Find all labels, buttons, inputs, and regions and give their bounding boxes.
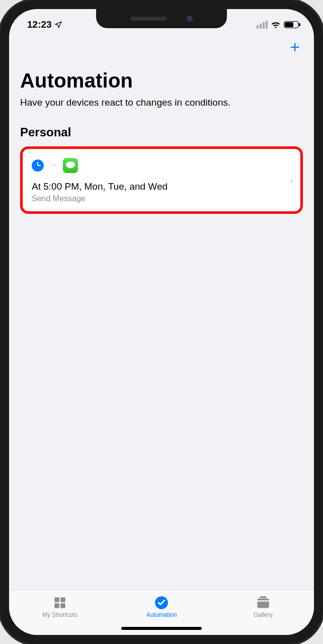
- tab-label: My Shortcuts: [10, 611, 110, 618]
- svg-rect-1: [60, 597, 65, 602]
- svg-rect-0: [54, 597, 59, 602]
- automation-item[interactable]: → At 5:00 PM, Mon, Tue, and Wed Send Mes…: [20, 146, 303, 214]
- tab-label: Gallery: [213, 611, 313, 618]
- cellular-icon: [257, 21, 268, 29]
- grid-icon: [10, 595, 110, 610]
- location-icon: [54, 21, 62, 29]
- arrow-icon: →: [49, 160, 58, 171]
- page-subtitle: Have your devices react to changes in co…: [20, 96, 303, 109]
- battery-icon: [284, 21, 299, 28]
- device-frame: 12:23 + Automation Have your devices rea…: [0, 0, 323, 644]
- clock-icon: [32, 159, 44, 172]
- automation-title: At 5:00 PM, Mon, Tue, and Wed: [32, 181, 291, 192]
- automation-subtitle: Send Message: [32, 194, 291, 203]
- wifi-icon: [271, 21, 281, 29]
- tab-label: Automation: [111, 611, 212, 618]
- chevron-right-icon: ›: [290, 174, 293, 186]
- automation-icon-row: →: [32, 158, 291, 173]
- svg-rect-2: [54, 603, 59, 608]
- status-time: 12:23: [27, 19, 52, 30]
- tab-my-shortcuts[interactable]: My Shortcuts: [10, 595, 110, 618]
- page-title: Automation: [20, 69, 303, 92]
- messages-icon: [63, 158, 78, 173]
- gallery-icon: [213, 595, 313, 610]
- home-indicator[interactable]: [121, 627, 202, 630]
- tab-automation[interactable]: Automation: [111, 595, 212, 618]
- section-header-personal: Personal: [20, 125, 303, 139]
- svg-rect-3: [60, 603, 65, 608]
- automation-tab-icon: [111, 595, 212, 610]
- tab-gallery[interactable]: Gallery: [213, 595, 313, 618]
- notch: [96, 9, 227, 28]
- screen: 12:23 + Automation Have your devices rea…: [9, 9, 314, 635]
- svg-rect-5: [260, 596, 267, 598]
- content-area: Automation Have your devices react to ch…: [9, 35, 314, 590]
